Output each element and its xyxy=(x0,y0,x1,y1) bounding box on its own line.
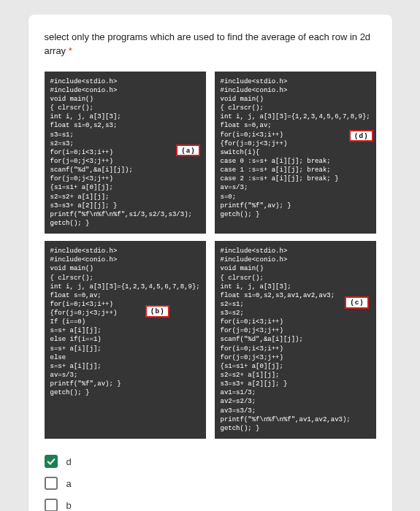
option-d[interactable]: d xyxy=(45,455,376,468)
code-grid: #include<stdio.h> #include<conio.h> void… xyxy=(45,72,376,439)
code-option-a: #include<stdio.h> #include<conio.h> void… xyxy=(45,72,206,234)
checkbox-d[interactable] xyxy=(45,455,58,468)
code-a-text: #include<stdio.h> #include<conio.h> void… xyxy=(50,78,192,227)
option-a[interactable]: a xyxy=(45,477,376,490)
checkbox-a[interactable] xyxy=(45,477,58,490)
code-option-b: #include<stdio.h> #include<conio.h> void… xyxy=(45,241,206,439)
required-asterisk: * xyxy=(69,45,72,56)
option-d-label: d xyxy=(66,456,72,467)
option-b-label: b xyxy=(66,500,72,511)
question-text: select only the programs which are used … xyxy=(45,31,376,58)
tag-c: ( c ) xyxy=(345,296,368,309)
code-b-text: #include<stdio.h> #include<conio.h> void… xyxy=(50,247,200,396)
code-d-text: #include<stdio.h> #include<conio.h> void… xyxy=(221,78,370,218)
tag-b: ( b ) xyxy=(145,305,169,318)
option-a-label: a xyxy=(66,478,72,489)
options-list: d a b c xyxy=(45,455,376,511)
tag-d: ( d ) xyxy=(349,130,373,142)
tag-a: ( a ) xyxy=(176,145,199,157)
code-option-d: #include<stdio.h> #include<conio.h> void… xyxy=(215,72,376,234)
question-body: select only the programs which are used … xyxy=(45,31,371,56)
code-c-text: #include<stdio.h> #include<conio.h> void… xyxy=(221,247,351,432)
code-option-c: #include<stdio.h> #include<conio.h> void… xyxy=(215,241,376,439)
question-card: select only the programs which are used … xyxy=(28,15,392,511)
option-b[interactable]: b xyxy=(45,499,376,511)
checkbox-b[interactable] xyxy=(45,499,58,511)
